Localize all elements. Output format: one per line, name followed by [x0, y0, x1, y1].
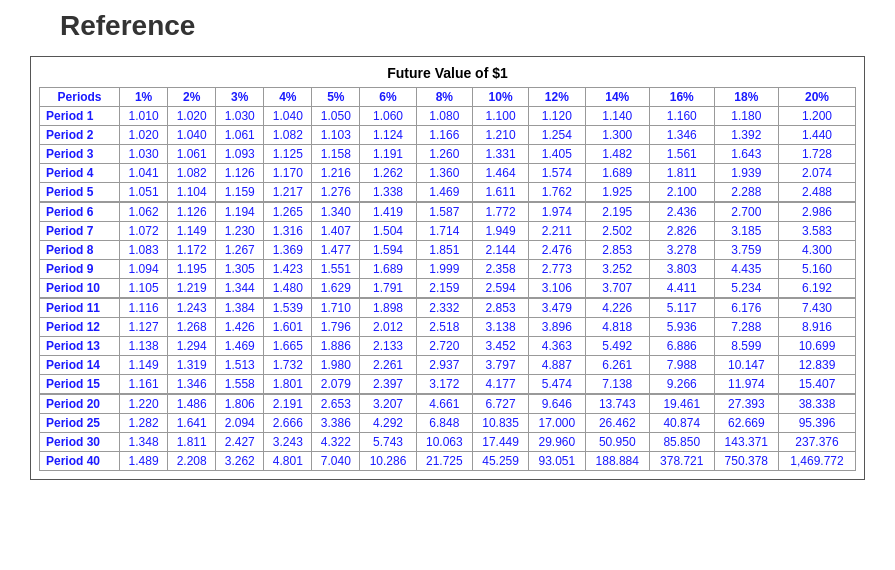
value-cell: 45.259	[472, 452, 528, 471]
column-header: 1%	[120, 88, 168, 107]
value-cell: 1.574	[529, 164, 585, 183]
value-cell: 2.826	[650, 222, 715, 241]
value-cell: 1.974	[529, 202, 585, 222]
value-cell: 1.851	[416, 241, 472, 260]
value-cell: 1.094	[120, 260, 168, 279]
value-cell: 1.230	[216, 222, 264, 241]
value-cell: 1.149	[120, 356, 168, 375]
value-cell: 1.513	[216, 356, 264, 375]
value-cell: 6.886	[650, 337, 715, 356]
period-label: Period 14	[40, 356, 120, 375]
value-cell: 2.074	[779, 164, 856, 183]
value-cell: 40.874	[650, 414, 715, 433]
value-cell: 2.191	[264, 394, 312, 414]
value-cell: 1.267	[216, 241, 264, 260]
value-cell: 1.124	[360, 126, 416, 145]
value-cell: 2.853	[585, 241, 650, 260]
value-cell: 1.082	[168, 164, 216, 183]
value-cell: 1.051	[120, 183, 168, 203]
value-cell: 4.818	[585, 318, 650, 337]
value-cell: 1.158	[312, 145, 360, 164]
period-label: Period 12	[40, 318, 120, 337]
value-cell: 1.126	[168, 202, 216, 222]
value-cell: 1.348	[120, 433, 168, 452]
value-cell: 1.105	[120, 279, 168, 299]
table-row: Period 151.1611.3461.5581.8012.0792.3973…	[40, 375, 856, 395]
value-cell: 2.720	[416, 337, 472, 356]
value-cell: 5.474	[529, 375, 585, 395]
value-cell: 1.980	[312, 356, 360, 375]
value-cell: 1.489	[120, 452, 168, 471]
value-cell: 2.666	[264, 414, 312, 433]
period-label: Period 30	[40, 433, 120, 452]
value-cell: 1.104	[168, 183, 216, 203]
value-cell: 2.159	[416, 279, 472, 299]
value-cell: 1.384	[216, 298, 264, 318]
column-header: 2%	[168, 88, 216, 107]
column-header: 4%	[264, 88, 312, 107]
value-cell: 1.689	[360, 260, 416, 279]
value-cell: 5.492	[585, 337, 650, 356]
value-cell: 3.797	[472, 356, 528, 375]
value-cell: 1.072	[120, 222, 168, 241]
value-cell: 1.762	[529, 183, 585, 203]
column-header: 12%	[529, 88, 585, 107]
period-label: Period 7	[40, 222, 120, 241]
table-row: Period 21.0201.0401.0611.0821.1031.1241.…	[40, 126, 856, 145]
value-cell: 1.126	[216, 164, 264, 183]
value-cell: 1.254	[529, 126, 585, 145]
value-cell: 1.191	[360, 145, 416, 164]
table-row: Period 91.0941.1951.3051.4231.5511.6891.…	[40, 260, 856, 279]
value-cell: 1.125	[264, 145, 312, 164]
period-label: Period 5	[40, 183, 120, 203]
value-cell: 1.331	[472, 145, 528, 164]
value-cell: 1.949	[472, 222, 528, 241]
value-cell: 62.669	[714, 414, 779, 433]
value-cell: 3.243	[264, 433, 312, 452]
value-cell: 3.896	[529, 318, 585, 337]
value-cell: 1.419	[360, 202, 416, 222]
value-cell: 5.743	[360, 433, 416, 452]
period-label: Period 13	[40, 337, 120, 356]
value-cell: 7.430	[779, 298, 856, 318]
value-cell: 1.641	[168, 414, 216, 433]
value-cell: 1.469	[416, 183, 472, 203]
value-cell: 2.358	[472, 260, 528, 279]
value-cell: 93.051	[529, 452, 585, 471]
value-cell: 1.282	[120, 414, 168, 433]
value-cell: 2.332	[416, 298, 472, 318]
value-cell: 4.300	[779, 241, 856, 260]
value-cell: 1.305	[216, 260, 264, 279]
value-cell: 3.479	[529, 298, 585, 318]
table-row: Period 61.0621.1261.1941.2651.3401.4191.…	[40, 202, 856, 222]
value-cell: 1.392	[714, 126, 779, 145]
period-label: Period 6	[40, 202, 120, 222]
value-cell: 4.322	[312, 433, 360, 452]
value-cell: 1,469.772	[779, 452, 856, 471]
period-label: Period 15	[40, 375, 120, 395]
value-cell: 10.286	[360, 452, 416, 471]
value-cell: 3.452	[472, 337, 528, 356]
column-header: 10%	[472, 88, 528, 107]
value-cell: 1.939	[714, 164, 779, 183]
value-cell: 1.040	[168, 126, 216, 145]
table-row: Period 301.3481.8112.4273.2434.3225.7431…	[40, 433, 856, 452]
future-value-table: Periods1%2%3%4%5%6%8%10%12%14%16%18%20% …	[39, 87, 856, 471]
value-cell: 8.916	[779, 318, 856, 337]
value-cell: 1.243	[168, 298, 216, 318]
value-cell: 1.886	[312, 337, 360, 356]
value-cell: 3.207	[360, 394, 416, 414]
value-cell: 1.172	[168, 241, 216, 260]
value-cell: 1.170	[264, 164, 312, 183]
value-cell: 1.300	[585, 126, 650, 145]
value-cell: 2.518	[416, 318, 472, 337]
value-cell: 1.714	[416, 222, 472, 241]
value-cell: 1.050	[312, 107, 360, 126]
value-cell: 2.094	[216, 414, 264, 433]
value-cell: 1.080	[416, 107, 472, 126]
value-cell: 1.405	[529, 145, 585, 164]
value-cell: 2.488	[779, 183, 856, 203]
value-cell: 1.260	[416, 145, 472, 164]
value-cell: 4.292	[360, 414, 416, 433]
value-cell: 2.853	[472, 298, 528, 318]
